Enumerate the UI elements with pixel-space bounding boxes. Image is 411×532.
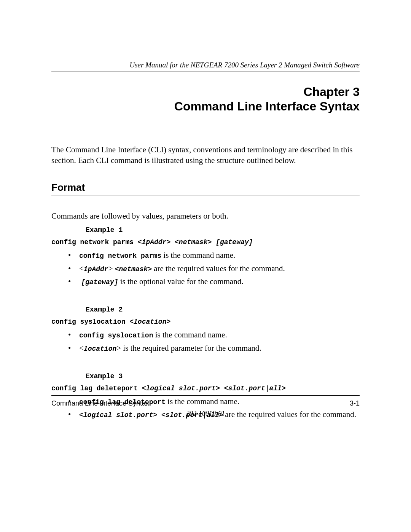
example1-label: Example 1 — [86, 226, 360, 234]
chapter-title: Chapter 3 Command Line Interface Syntax — [51, 85, 360, 114]
example1-cmd-args: <ipAddr> <netmask> [gateway] — [138, 238, 253, 246]
example1-cmd-name: config network parms — [51, 238, 138, 246]
example2-b2-arg: location — [84, 345, 116, 353]
list-item: config network parms is the command name… — [67, 250, 360, 260]
footer-section-title: Command Line Interface Syntax — [51, 399, 149, 407]
example1-bullets: config network parms is the command name… — [67, 250, 360, 287]
example1-b2-arg2: <netmask> — [115, 265, 152, 273]
footer-doc-number: 202-10010-01 — [51, 410, 360, 418]
list-item: <ipAddr> <netmask> are the required valu… — [67, 263, 360, 274]
angle-open: < — [79, 343, 84, 353]
angle-mid: > < — [216, 385, 228, 392]
example2-cmd-arg: location — [134, 318, 166, 326]
example3-command: config lag deleteport <logical slot.port… — [51, 385, 360, 392]
angle-open: < — [79, 264, 84, 273]
list-item: <location> is the required parameter for… — [67, 343, 360, 353]
angle-close: > — [116, 343, 121, 353]
example3-cmd-arg2: slot.port|all — [228, 385, 282, 392]
example1-command: config network parms <ipAddr> <netmask> … — [51, 238, 360, 246]
section-heading-format: Format — [51, 182, 360, 195]
intro-paragraph: The Command Line Interface (CLI) syntax,… — [51, 144, 360, 166]
example2-b1-text: is the command name. — [153, 330, 227, 339]
chapter-number: Chapter 3 — [51, 85, 360, 99]
example2-cmd-name: config syslocation < — [51, 318, 134, 326]
example1-b3-arg: [gateway] — [81, 278, 118, 286]
running-header: User Manual for the NETGEAR 7200 Series … — [51, 61, 360, 72]
example3-cmd-name: config lag deleteport < — [51, 385, 146, 392]
example3-cmd-arg1: logical slot.port — [146, 385, 216, 392]
list-item: [gateway] is the optional value for the … — [67, 276, 360, 287]
lead-text: Commands are followed by values, paramet… — [51, 211, 360, 221]
angle-close: > — [166, 318, 170, 326]
chapter-name: Command Line Interface Syntax — [51, 99, 360, 114]
example1-b1-cmd: config network parms — [79, 252, 161, 260]
example1-b3-text: is the optional value for the command. — [118, 277, 243, 286]
example2-command: config syslocation <location> — [51, 318, 360, 326]
example1-b2-arg1: ipAddr — [84, 265, 108, 273]
footer-row: Command Line Interface Syntax 3-1 — [51, 399, 360, 407]
example2-label: Example 2 — [86, 306, 360, 313]
angle-close: > — [282, 385, 286, 392]
example2-bullets: config syslocation is the command name. … — [67, 329, 360, 353]
angle-close-sp: > — [108, 264, 115, 273]
example2-b1-cmd: config syslocation — [79, 332, 153, 339]
page-content: User Manual for the NETGEAR 7200 Series … — [0, 0, 411, 420]
list-item: config syslocation is the command name. — [67, 329, 360, 340]
example1-b2-text: are the required values for the command. — [152, 264, 285, 273]
footer-page-number: 3-1 — [350, 399, 360, 407]
example3-label: Example 3 — [86, 372, 360, 380]
example2-b2-text: is the required parameter for the comman… — [121, 343, 261, 353]
page-footer: Command Line Interface Syntax 3-1 202-10… — [51, 395, 360, 418]
example1-b1-text: is the command name. — [161, 251, 235, 260]
